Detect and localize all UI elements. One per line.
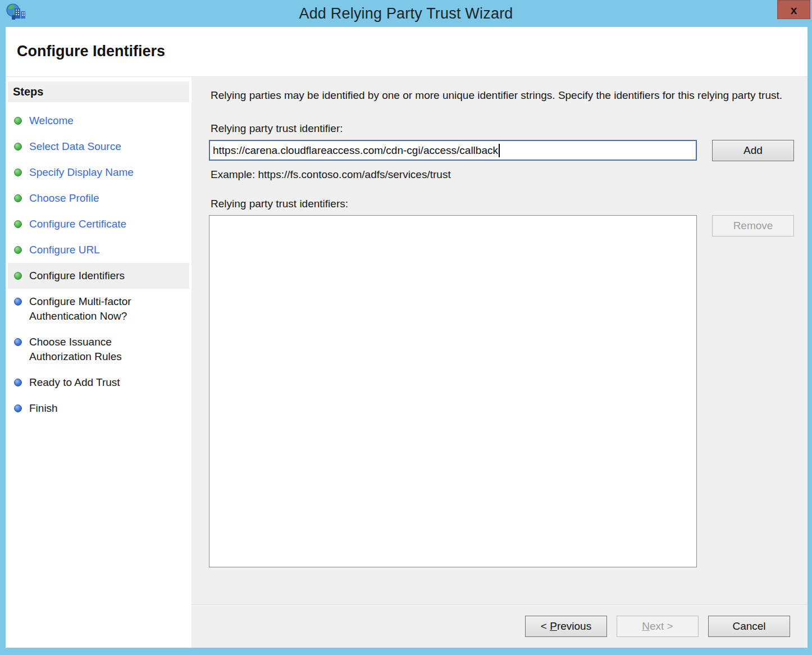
relying-party-identifiers-listbox[interactable]	[209, 215, 697, 567]
cancel-button[interactable]: Cancel	[708, 616, 790, 637]
step-done-icon	[14, 143, 22, 151]
step-done-icon	[14, 169, 22, 176]
step-select-data-source[interactable]: Select Data Source	[8, 134, 189, 160]
step-choose-issuance-rules[interactable]: Choose Issuance Authorization Rules	[8, 329, 189, 370]
previous-button[interactable]: < Previous	[525, 616, 607, 637]
page-header: Configure Identifiers	[6, 27, 808, 77]
step-pending-icon	[14, 404, 22, 412]
step-choose-profile[interactable]: Choose Profile	[8, 185, 189, 211]
wizard-window: Add Relying Party Trust Wizard x Configu…	[0, 0, 812, 655]
close-button[interactable]: x	[777, 0, 810, 19]
step-done-icon	[14, 117, 22, 125]
step-specify-display-name[interactable]: Specify Display Name	[8, 160, 189, 185]
wizard-footer: < Previous Next > Cancel	[191, 604, 808, 648]
relying-party-identifier-input[interactable]: https://carena.cloudflareaccess.com/cdn-…	[209, 140, 697, 161]
identifiers-list-label: Relying party trust identifiers:	[211, 198, 808, 210]
step-done-icon	[14, 246, 22, 254]
step-configure-identifiers[interactable]: Configure Identifiers	[8, 263, 189, 289]
remove-button-label: Remove	[733, 220, 773, 231]
text-caret	[499, 144, 500, 157]
page-description: Relying parties may be identified by one…	[211, 88, 786, 103]
step-configure-multifactor[interactable]: Configure Multi-factor Authentication No…	[8, 289, 189, 329]
remove-button[interactable]: Remove	[712, 215, 794, 236]
step-pending-icon	[14, 379, 22, 386]
title-bar: Add Relying Party Trust Wizard x	[0, 0, 812, 27]
step-done-icon	[14, 272, 22, 280]
main-content: Relying parties may be identified by one…	[191, 77, 808, 604]
identifier-input-value: https://carena.cloudflareaccess.com/cdn-…	[213, 144, 498, 157]
previous-button-label: < Previous	[541, 620, 591, 632]
step-pending-icon	[14, 298, 22, 306]
step-done-icon	[14, 220, 22, 228]
steps-sidebar: Steps Welcome Select Data Source Specify…	[6, 77, 191, 648]
next-button[interactable]: Next >	[617, 616, 699, 637]
identifier-example-text: Example: https://fs.contoso.com/adfs/ser…	[211, 169, 808, 181]
step-welcome[interactable]: Welcome	[8, 108, 189, 134]
wizard-frame: Configure Identifiers Steps Welcome Sele…	[6, 27, 808, 648]
step-finish[interactable]: Finish	[8, 395, 189, 421]
add-button-label: Add	[743, 144, 763, 156]
step-configure-url[interactable]: Configure URL	[8, 237, 189, 263]
step-ready-to-add-trust[interactable]: Ready to Add Trust	[8, 370, 189, 395]
steps-heading: Steps	[8, 81, 189, 102]
step-configure-certificate[interactable]: Configure Certificate	[8, 211, 189, 237]
next-button-label: Next >	[642, 620, 673, 632]
identifier-field-label: Relying party trust identifier:	[211, 122, 808, 135]
step-pending-icon	[14, 338, 22, 346]
step-done-icon	[14, 194, 22, 202]
page-title: Configure Identifiers	[17, 43, 808, 60]
cancel-button-label: Cancel	[732, 620, 765, 632]
window-title: Add Relying Party Trust Wizard	[0, 5, 812, 22]
steps-list: Welcome Select Data Source Specify Displ…	[6, 108, 191, 421]
add-button[interactable]: Add	[712, 140, 794, 161]
close-icon: x	[791, 4, 797, 16]
